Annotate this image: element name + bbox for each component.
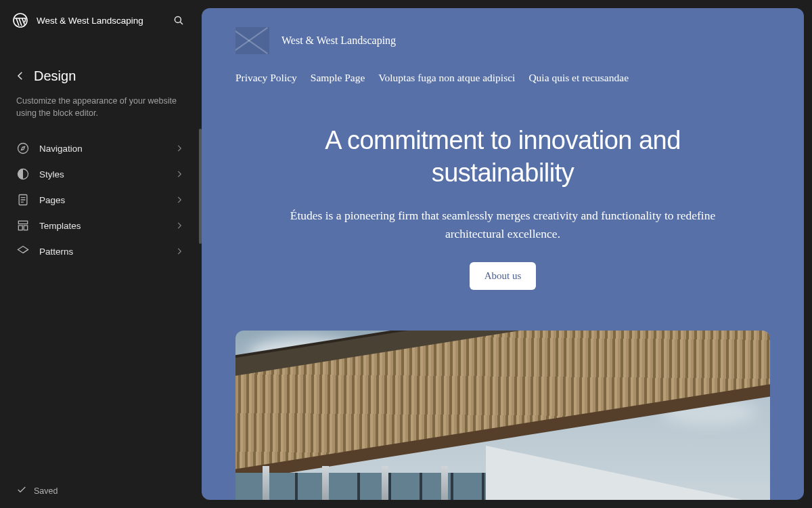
command-palette-button[interactable]	[168, 9, 189, 31]
chevron-right-icon	[173, 142, 185, 154]
svg-rect-6	[18, 226, 22, 230]
design-menu: Navigation Styles Pages Templates Patter	[0, 135, 202, 264]
preview-nav-item[interactable]: Privacy Policy	[235, 72, 297, 84]
sidebar-header: West & West Landscaping	[0, 0, 202, 41]
preview-hero-image[interactable]	[235, 331, 770, 500]
svg-point-1	[175, 16, 181, 22]
hero-title[interactable]: A commitment to innovation and sustainab…	[259, 125, 746, 189]
preview-nav-item[interactable]: Quia quis et recusandae	[528, 72, 629, 84]
svg-rect-5	[18, 221, 27, 224]
preview-site-logo[interactable]	[235, 27, 269, 54]
chevron-right-icon	[173, 194, 185, 206]
preview-content: West & West Landscaping Privacy Policy S…	[202, 8, 804, 500]
template-icon	[16, 219, 30, 232]
app-root: West & West Landscaping Design Customize…	[0, 0, 812, 508]
menu-item-templates[interactable]: Templates	[8, 213, 194, 238]
preview-nav-item[interactable]: Sample Page	[311, 72, 365, 84]
menu-label: Pages	[39, 195, 164, 205]
halfcircle-icon	[16, 167, 30, 181]
about-us-button[interactable]: About us	[470, 262, 537, 290]
wordpress-logo-icon[interactable]	[12, 12, 28, 28]
svg-point-2	[18, 144, 28, 154]
site-preview[interactable]: West & West Landscaping Privacy Policy S…	[202, 8, 804, 500]
menu-item-styles[interactable]: Styles	[8, 161, 194, 187]
back-button[interactable]	[12, 68, 28, 84]
chevron-right-icon	[173, 168, 185, 180]
chevron-right-icon	[173, 219, 185, 232]
save-status: Saved	[34, 486, 58, 496]
editor-sidebar: West & West Landscaping Design Customize…	[0, 0, 202, 508]
page-icon	[16, 193, 30, 207]
menu-label: Templates	[39, 221, 164, 231]
preview-brand: West & West Landscaping	[235, 27, 770, 54]
menu-item-patterns[interactable]: Patterns	[8, 238, 194, 264]
preview-nav: Privacy Policy Sample Page Voluptas fuga…	[235, 72, 770, 84]
menu-item-navigation[interactable]: Navigation	[8, 135, 194, 161]
preview-nav-item[interactable]: Voluptas fuga non atque adipisci	[378, 72, 515, 84]
preview-hero: A commitment to innovation and sustainab…	[259, 125, 746, 290]
compass-icon	[16, 142, 30, 155]
check-icon	[16, 484, 27, 497]
menu-label: Styles	[39, 169, 164, 179]
preview-site-title[interactable]: West & West Landscaping	[281, 35, 396, 47]
menu-label: Patterns	[39, 247, 164, 257]
svg-rect-7	[24, 226, 27, 230]
chevron-right-icon	[173, 245, 185, 257]
preview-wrapper: West & West Landscaping Privacy Policy S…	[202, 0, 812, 508]
patterns-icon	[16, 245, 30, 258]
sidebar-footer: Saved	[0, 473, 202, 508]
site-title[interactable]: West & West Landscaping	[37, 16, 160, 26]
menu-label: Navigation	[39, 144, 164, 154]
menu-item-pages[interactable]: Pages	[8, 187, 194, 213]
panel-header: Design	[0, 41, 202, 91]
panel-title: Design	[34, 68, 76, 84]
panel-description: Customize the appearance of your website…	[0, 91, 202, 135]
hero-body[interactable]: Études is a pioneering firm that seamles…	[259, 207, 746, 243]
